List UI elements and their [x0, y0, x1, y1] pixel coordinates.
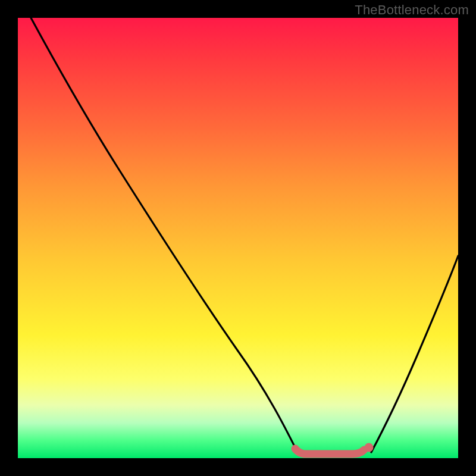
valley-marker-dot	[365, 443, 374, 452]
outer-frame: TheBottleneck.com	[0, 0, 476, 476]
plot-area	[18, 18, 458, 458]
right-bottleneck-curve	[371, 256, 458, 452]
valley-marker-line	[295, 449, 364, 454]
watermark-text: TheBottleneck.com	[355, 2, 469, 18]
chart-svg	[18, 18, 458, 458]
left-bottleneck-curve	[31, 18, 298, 452]
